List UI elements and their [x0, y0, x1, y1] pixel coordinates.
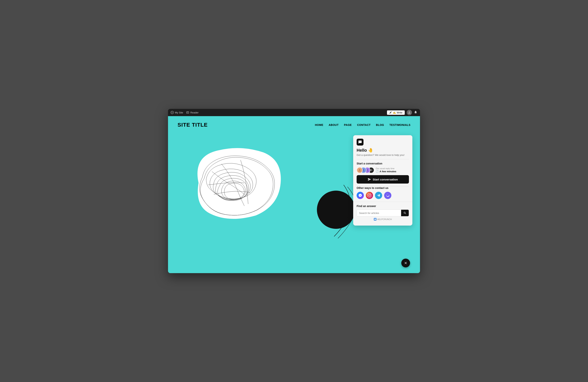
- svg-point-9: [374, 219, 376, 220]
- my-site-link[interactable]: W My Site: [171, 111, 183, 114]
- find-answer-section: Find an answer HELPCRUNCH: [353, 202, 412, 225]
- helpcrunch-logo-icon: [374, 218, 377, 221]
- other-ways-section: Other ways to contact us: [353, 186, 412, 202]
- svg-point-6: [359, 169, 360, 170]
- helpcrunch-logo-svg: [374, 218, 376, 220]
- chat-greeting: Hello 🤚: [357, 148, 409, 153]
- other-ways-title: Other ways to contact us: [357, 186, 409, 189]
- conversation-row: +1 Our usual reply time 🕐 A few minutes: [357, 167, 409, 173]
- instagram-icon[interactable]: [366, 192, 373, 199]
- search-button[interactable]: [401, 210, 409, 216]
- svg-point-8: [367, 169, 368, 170]
- instagram-svg: [368, 194, 371, 197]
- nav-about[interactable]: ABOUT: [329, 123, 338, 126]
- svg-rect-2: [187, 112, 189, 113]
- search-bar: [357, 209, 409, 216]
- reader-link[interactable]: Reader: [186, 111, 199, 114]
- reader-icon: [186, 111, 189, 114]
- topo-blob: [183, 141, 286, 225]
- nav-testimonials[interactable]: TESTIMONIALS: [389, 123, 410, 126]
- topbar: W My Site Reader ✍ Write: [168, 109, 420, 116]
- reply-time: 🕐 A few minutes: [376, 170, 396, 173]
- nav-links: HOME ABOUT PAGE CONTACT BLOG TESTIMONIAL…: [315, 123, 410, 126]
- chat-brand-icon: [357, 139, 363, 146]
- search-icon: [403, 211, 406, 215]
- site-nav: SITE TITLE HOME ABOUT PAGE CONTACT BLOG …: [168, 116, 420, 132]
- notifications-icon[interactable]: [414, 111, 417, 115]
- write-button[interactable]: ✍ Write: [387, 111, 405, 115]
- start-conversation-button[interactable]: Start conversation: [357, 175, 409, 183]
- topbar-right: ✍ Write: [387, 110, 417, 115]
- main-content: SITE TITLE HOME ABOUT PAGE CONTACT BLOG …: [168, 116, 420, 273]
- start-conversation-title: Start a conversation: [357, 162, 409, 165]
- agent-avatar-1: [357, 167, 363, 173]
- telegram-icon[interactable]: [375, 192, 382, 199]
- start-conversation-label: Start conversation: [373, 178, 398, 181]
- search-input[interactable]: [357, 210, 401, 216]
- nav-page[interactable]: PAGE: [344, 123, 352, 126]
- nav-home[interactable]: HOME: [315, 123, 323, 126]
- clock-icon: 🕐: [376, 170, 379, 173]
- reply-label: Our usual reply time: [376, 167, 396, 170]
- svg-point-7: [363, 169, 364, 170]
- chat-widget: Hello 🤚 Got a question? We would love to…: [353, 135, 412, 225]
- viber-svg: [386, 194, 390, 197]
- write-label: ✍ Write: [393, 111, 402, 114]
- messenger-svg: [358, 194, 362, 197]
- helpcrunch-branding: HELPCRUNCH: [357, 216, 409, 223]
- reply-info: Our usual reply time 🕐 A few minutes: [376, 167, 396, 173]
- bell-icon: [414, 111, 417, 114]
- send-icon: [368, 178, 371, 181]
- viber-icon[interactable]: [384, 192, 391, 199]
- helpcrunch-label: HELPCRUNCH: [377, 218, 392, 220]
- telegram-svg: [377, 194, 380, 197]
- site-title: SITE TITLE: [178, 122, 208, 128]
- chat-logo-icon: [358, 140, 362, 144]
- close-icon: [404, 261, 408, 265]
- nav-blog[interactable]: BLOG: [376, 123, 384, 126]
- screen: W My Site Reader ✍ Write SITE TITLE: [168, 109, 420, 273]
- my-site-label: My Site: [175, 111, 183, 114]
- reader-label: Reader: [190, 111, 199, 114]
- svg-point-5: [409, 111, 410, 112]
- chat-subtitle: Got a question? We would love to help yo…: [357, 154, 409, 157]
- write-icon: [389, 111, 392, 114]
- nav-contact[interactable]: CONTACT: [357, 123, 371, 126]
- find-answer-title: Find an answer: [357, 204, 409, 208]
- messenger-icon[interactable]: [357, 192, 364, 199]
- start-conversation-section: Start a conversation +1: [353, 159, 412, 186]
- reply-time-value: A few minutes: [379, 170, 396, 173]
- svg-text:W: W: [171, 112, 173, 113]
- wordpress-icon: W: [171, 111, 174, 114]
- user-avatar[interactable]: [407, 110, 412, 115]
- topbar-left: W My Site Reader: [171, 111, 383, 114]
- chat-header: Hello 🤚 Got a question? We would love to…: [353, 135, 412, 159]
- close-chat-button[interactable]: [401, 259, 410, 268]
- user-icon: [408, 111, 411, 114]
- social-icons-row: [357, 192, 409, 199]
